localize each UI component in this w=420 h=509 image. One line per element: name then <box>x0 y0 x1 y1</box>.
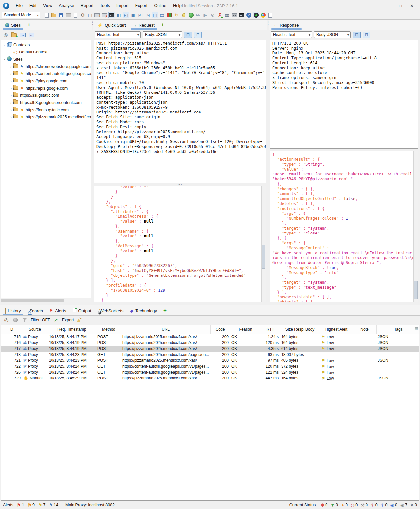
hud-lightbulb-icon[interactable] <box>180 12 187 18</box>
alert-flag-yellow[interactable]: ⚑7 <box>38 502 46 508</box>
tree-expander-icon[interactable]: › <box>3 43 7 47</box>
menu-file[interactable]: File <box>12 0 26 11</box>
tree-item[interactable]: ›https://ssl.gstatic.com <box>1 92 91 99</box>
break-off-icon[interactable]: ⊘ <box>209 12 216 18</box>
browser-chrome-icon[interactable] <box>260 12 266 18</box>
menu-tools[interactable]: Tools <box>97 0 113 11</box>
table-row[interactable]: 715⇄Proxy10/13/25, 8:44:17 PMPOSThttps:/… <box>1 334 419 340</box>
tab-history[interactable]: History <box>2 308 24 315</box>
layout-full-pane-icon[interactable]: ▣ <box>130 12 136 18</box>
response-header-text[interactable]: HTTP/1.1 200 OK Server: nginx Date: Mon,… <box>270 40 418 91</box>
response-splitter[interactable]: ••• <box>269 149 420 151</box>
response-body-view-select[interactable]: Body: JSON ▾ <box>314 31 351 38</box>
column-header-code[interactable]: Code <box>210 325 230 334</box>
options-gear-icon[interactable]: ⚙ <box>79 12 86 18</box>
record-green-icon[interactable] <box>188 12 194 18</box>
tree-item[interactable]: ›⚑https://apis.google.com <box>1 85 91 92</box>
record-browser-icon[interactable] <box>253 12 259 18</box>
split-view-button[interactable]: ⊟ <box>353 32 361 38</box>
toggle-panes-icon[interactable]: ◫ <box>87 12 93 18</box>
tab-request[interactable]: → Request <box>130 23 158 30</box>
tab-alerts[interactable]: ⚑Alerts <box>47 308 70 315</box>
minimize-button[interactable]: — <box>386 3 390 8</box>
script-notepad-icon[interactable] <box>267 12 274 18</box>
tree-item[interactable]: ›⚑https://chromewebstore.google.com <box>1 63 91 70</box>
layout-left-pane-icon[interactable]: ◧ <box>116 12 122 18</box>
snapshot-session-icon[interactable] <box>65 12 72 18</box>
column-header-reason[interactable]: Reason <box>230 325 261 334</box>
column-header-highest-alert[interactable]: Highest Alert <box>320 325 353 334</box>
close-button[interactable]: ✕ <box>410 3 414 8</box>
tab-technology[interactable]: ◆Technology <box>127 308 160 315</box>
keypad-icon[interactable] <box>238 12 245 18</box>
export-context-icon[interactable]: ← <box>28 31 34 38</box>
response-body-text[interactable]: { "actionResult" : { "type" : "String", … <box>270 151 418 302</box>
tab-response[interactable]: ← Response <box>271 23 302 30</box>
column-header-source[interactable]: Source <box>22 325 48 334</box>
tree-expander-icon[interactable]: › <box>3 57 7 62</box>
menu-edit[interactable]: Edit <box>26 0 40 11</box>
tab-websockets[interactable]: WebSockets <box>95 308 127 315</box>
request-header-text[interactable]: POST https://pizzamario2025.mendixctf.co… <box>94 40 266 155</box>
fuzz-grid-icon[interactable]: ▦ <box>224 12 230 18</box>
continue-icon[interactable]: ▶▶ <box>195 12 201 18</box>
column-header-id[interactable]: ID <box>1 325 22 334</box>
step-icon[interactable]: ▶ <box>202 12 209 18</box>
table-options-icon[interactable]: ▦ <box>415 326 418 330</box>
response-body-editor[interactable]: { "actionResult" : { "type" : "String", … <box>270 151 418 302</box>
scope-target-icon[interactable]: ◎ <box>2 31 9 38</box>
column-header-url[interactable]: URL <box>121 325 210 334</box>
open-session-icon[interactable] <box>51 12 57 18</box>
mode-select[interactable]: Standard Mode ▾ <box>2 12 40 18</box>
breakpoints-icon[interactable] <box>108 12 115 18</box>
new-context-icon[interactable] <box>11 31 17 38</box>
table-row[interactable]: 718⇄Proxy10/13/25, 8:44:23 PMGEThttps://… <box>1 352 419 357</box>
help-icon[interactable] <box>245 12 252 18</box>
add-tab-icon[interactable]: + <box>161 307 169 315</box>
table-row[interactable]: 716⇄Proxy10/13/25, 8:44:19 PMPOSThttps:/… <box>1 340 419 346</box>
tab-output[interactable]: Output <box>70 308 94 315</box>
new-session-icon[interactable] <box>43 12 50 18</box>
add-tab-icon[interactable]: + <box>158 22 167 30</box>
tab-quick-start[interactable]: ⚡ Quick Start <box>95 23 129 30</box>
persist-session-icon[interactable] <box>58 12 64 18</box>
table-row[interactable]: 717⇄Proxy10/13/25, 8:44:19 PMPOSThttps:/… <box>1 346 419 352</box>
column-header-rtt[interactable]: RTT <box>261 325 280 334</box>
tree-item[interactable]: ›⚑https://content-autofill.googleapis.co… <box>1 70 91 77</box>
combined-view-button[interactable]: ⊡ <box>194 32 202 38</box>
tree-item[interactable]: ›Sites <box>1 56 91 63</box>
check-updates-icon[interactable]: ↻ <box>173 12 180 18</box>
column-header-req-timestamp[interactable]: Req. Timestamp <box>48 325 96 334</box>
export-label[interactable]: Export <box>62 318 74 322</box>
request-editor-icon[interactable] <box>94 12 100 18</box>
layout-tab-side-icon[interactable]: ◳ <box>144 12 151 18</box>
table-row[interactable]: 721⇄Proxy10/13/25, 8:44:23 PMPOSThttps:/… <box>1 357 419 363</box>
response-header-editor[interactable]: HTTP/1.1 200 OK Server: nginx Date: Mon,… <box>270 40 418 149</box>
alert-flag-orange[interactable]: ⚑9 <box>27 502 35 508</box>
menu-help[interactable]: Help <box>170 0 185 11</box>
bottom-splitter[interactable]: ••• <box>0 302 420 305</box>
layout-columns-icon[interactable]: ◫ <box>152 12 158 18</box>
request-body-text[interactable]: "value" : "" } } }, "objects" : [ { "att… <box>94 186 266 302</box>
globe-gray-icon[interactable] <box>12 317 19 323</box>
add-tab-icon[interactable]: + <box>25 22 33 30</box>
table-row[interactable]: 722⇄Proxy10/13/25, 8:44:24 PMGEThttps://… <box>1 363 419 369</box>
tree-item[interactable]: ◎Default Context <box>1 49 91 56</box>
column-header-size-resp-body[interactable]: Size Resp. Body <box>280 325 320 334</box>
left-splitter[interactable]: ‹› <box>92 20 93 302</box>
response-body-scrollbar[interactable] <box>413 151 418 302</box>
table-row[interactable]: 726⇄Proxy10/13/25, 8:44:24 PMGEThttps://… <box>1 369 419 375</box>
column-header-tags[interactable]: Tags <box>376 325 419 334</box>
request-editor-delete-icon[interactable] <box>101 12 108 18</box>
right-splitter[interactable]: ‹› <box>267 20 269 302</box>
request-header-editor[interactable]: POST https://pizzamario2025.mendixctf.co… <box>94 40 266 183</box>
alert-flag-blue[interactable]: ⚑14 <box>49 502 58 508</box>
tree-item[interactable]: ›⚑https://fonts.gstatic.com <box>1 106 91 113</box>
layout-rows-icon[interactable]: ▤ <box>159 12 165 18</box>
tape-icon[interactable] <box>231 12 238 18</box>
export-arrow-icon[interactable]: ↗ <box>53 317 59 323</box>
generate-report-icon[interactable] <box>72 12 79 18</box>
request-body-editor[interactable]: "value" : "" } } }, "objects" : [ { "att… <box>94 186 266 302</box>
request-header-view-select[interactable]: Header: Text ▾ <box>95 31 141 38</box>
import-context-icon[interactable]: → <box>19 31 26 38</box>
